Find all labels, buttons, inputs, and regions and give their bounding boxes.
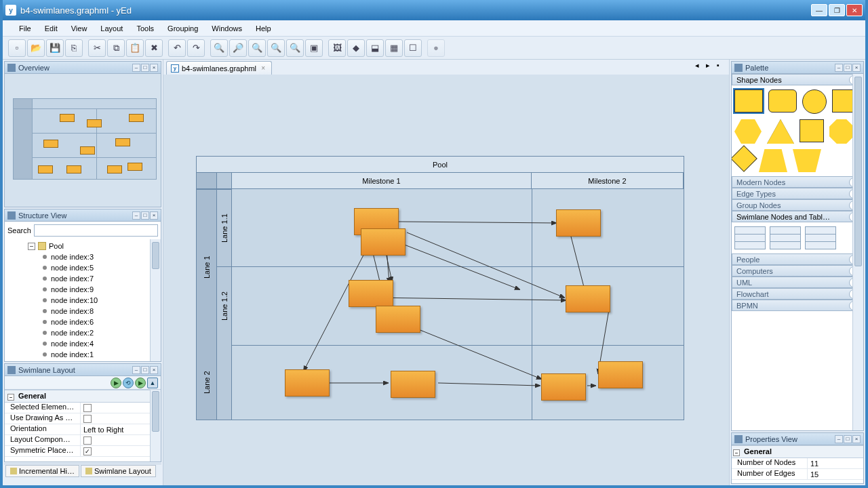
menu-layout[interactable]: Layout <box>94 22 130 35</box>
panel-close-icon[interactable]: × <box>150 366 158 374</box>
menu-file[interactable]: File <box>12 22 38 35</box>
menu-grouping[interactable]: Grouping <box>161 22 205 35</box>
close-button[interactable]: ✕ <box>846 4 863 16</box>
menu-tools[interactable]: Tools <box>130 22 161 35</box>
pool-title[interactable]: Pool <box>197 157 684 173</box>
graph-node[interactable] <box>541 373 586 401</box>
hierarchy-icon[interactable]: ⬓ <box>366 39 384 57</box>
checkbox[interactable]: ✓ <box>83 447 92 455</box>
graph-node[interactable] <box>376 306 420 333</box>
tree-node[interactable]: node index:9 <box>5 284 161 295</box>
panel-min-icon[interactable]: – <box>132 366 140 374</box>
prop-row[interactable]: Layout Compon… <box>5 435 161 446</box>
shape-diamond[interactable] <box>732 145 757 172</box>
panel-close-icon[interactable]: × <box>150 211 158 220</box>
tab-incremental[interactable]: Incremental Hi… <box>5 465 79 477</box>
scrollbar[interactable] <box>150 239 161 361</box>
apply-icon[interactable]: ▶ <box>111 378 121 388</box>
section-shape-nodes[interactable]: Shape Nodes˄ <box>732 74 863 85</box>
graph-node[interactable] <box>361 228 406 256</box>
cut-icon[interactable]: ✂ <box>88 39 106 57</box>
up-icon[interactable]: ▲ <box>147 378 158 388</box>
tree-node[interactable]: node index:3 <box>5 251 161 262</box>
shape-octagon[interactable] <box>829 119 854 144</box>
shape-ellipse[interactable] <box>802 89 827 114</box>
tree-node[interactable]: node index:7 <box>5 273 161 284</box>
panel-max-icon[interactable]: □ <box>141 64 149 72</box>
tab-prev-icon[interactable]: ◂ <box>695 61 705 70</box>
checkbox[interactable] <box>83 436 92 445</box>
prop-row[interactable]: Use Drawing As … <box>5 413 161 424</box>
section-swimlane-nodes[interactable]: Swimlane Nodes and Tabl…˄ <box>732 211 863 222</box>
tree-node[interactable]: node index:10 <box>5 295 161 306</box>
search-input[interactable] <box>34 224 158 237</box>
scrollbar[interactable] <box>852 74 863 430</box>
panel-min-icon[interactable]: – <box>835 435 843 443</box>
tree-toggle-icon[interactable]: – <box>28 243 35 250</box>
close-tab-icon[interactable]: × <box>259 64 267 73</box>
document-tab[interactable]: y b4-swimlanes.graphml × <box>166 61 272 75</box>
zoom-in-icon[interactable]: 🔍 <box>210 39 228 57</box>
fit-content-icon[interactable]: ▣ <box>305 39 323 57</box>
panel-min-icon[interactable]: – <box>132 211 140 220</box>
panel-close-icon[interactable]: × <box>852 435 861 443</box>
export-icon[interactable]: ⎘ <box>65 39 83 57</box>
sublane12-label[interactable]: Lane 1.2 <box>217 266 231 345</box>
undo-icon[interactable]: ↶ <box>168 39 186 57</box>
overview-canvas[interactable] <box>5 74 161 207</box>
swimlane-template-1[interactable] <box>734 226 766 249</box>
swimlane-template-3[interactable] <box>805 226 836 249</box>
tree-node[interactable]: node index:8 <box>5 306 161 317</box>
maximize-button[interactable]: ❐ <box>829 4 845 16</box>
tab-list-icon[interactable]: ▪ <box>717 61 726 70</box>
lane2-label[interactable]: Lane 2 <box>197 345 216 420</box>
run-icon[interactable]: ▶ <box>135 378 146 388</box>
grid-icon[interactable]: ▦ <box>385 39 403 57</box>
panel-max-icon[interactable]: □ <box>844 64 852 72</box>
prop-section-general[interactable]: – General <box>5 390 161 403</box>
menu-edit[interactable]: Edit <box>38 22 64 35</box>
graph-node[interactable] <box>349 280 393 307</box>
graph-node[interactable] <box>285 369 330 396</box>
image-icon[interactable]: 🖼 <box>328 39 346 57</box>
delete-icon[interactable]: ✖ <box>145 39 163 57</box>
tree-node[interactable]: node index:1 <box>5 349 161 360</box>
tab-next-icon[interactable]: ▸ <box>706 61 715 70</box>
shape-rectangle[interactable] <box>734 89 763 113</box>
graph-node[interactable] <box>566 285 610 312</box>
prop-row[interactable]: Selected Elemen… <box>5 403 161 413</box>
menu-view[interactable]: View <box>64 22 94 35</box>
tree-node[interactable]: node index:5 <box>5 262 161 273</box>
print-icon[interactable]: ● <box>427 39 445 57</box>
shape-hexagon[interactable] <box>734 119 762 144</box>
panel-close-icon[interactable]: × <box>852 64 861 72</box>
redo-icon[interactable]: ↷ <box>187 39 205 57</box>
panel-max-icon[interactable]: □ <box>141 211 149 220</box>
layout-icon[interactable]: ☐ <box>404 39 422 57</box>
prop-row[interactable]: Symmetric Place…✓ <box>5 446 161 457</box>
sublane11-label[interactable]: Lane 1.1 <box>217 189 231 266</box>
diamond-icon[interactable]: ◆ <box>347 39 365 57</box>
paste-icon[interactable]: 📋 <box>126 39 144 57</box>
open-icon[interactable]: 📂 <box>27 39 45 57</box>
reset-icon[interactable]: ⟲ <box>123 378 134 388</box>
panel-max-icon[interactable]: □ <box>844 435 852 443</box>
shape-trapezoid[interactable] <box>759 149 787 172</box>
graph-node[interactable] <box>391 371 435 398</box>
checkbox[interactable] <box>83 404 92 412</box>
lane1-label[interactable]: Lane 1 <box>197 189 216 345</box>
section-flowchart[interactable]: Flowchart˅ <box>732 288 863 300</box>
checkbox[interactable] <box>83 415 92 423</box>
tree-node[interactable]: node index:4 <box>5 338 161 349</box>
pool[interactable]: Pool Milestone 1 Milestone 2 Lane 1 Lane… <box>196 156 684 420</box>
graph-canvas[interactable]: Pool Milestone 1 Milestone 2 Lane 1 Lane… <box>163 75 729 485</box>
section-people[interactable]: People˅ <box>732 253 863 265</box>
menu-windows[interactable]: Windows <box>205 22 249 35</box>
section-edge-types[interactable]: Edge Types˅ <box>732 188 863 199</box>
graph-node[interactable] <box>556 209 601 237</box>
shape-rounded[interactable] <box>768 89 797 113</box>
menu-help[interactable]: Help <box>249 22 278 35</box>
zoom-100-icon[interactable]: 🔍 <box>248 39 266 57</box>
shape-triangle[interactable] <box>767 119 794 144</box>
panel-close-icon[interactable]: × <box>150 64 158 72</box>
